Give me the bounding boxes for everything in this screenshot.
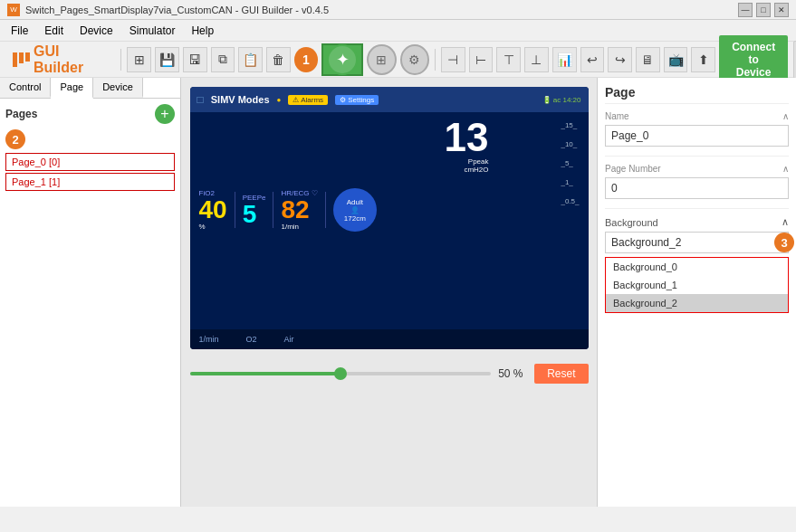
save-button[interactable]: 💾 [155, 47, 179, 72]
divider-2 [273, 192, 273, 228]
metric-hr: HR/ECG ♡ 82 1/min [281, 189, 317, 231]
main-area: Control Page Device Pages + 2 Page_0 [0]… [0, 78, 796, 507]
save-file-button[interactable]: 🖫 [183, 47, 207, 72]
pages-header: Pages + [5, 104, 175, 124]
page-number-label: Page Number ∧ [605, 164, 789, 174]
close-button[interactable]: ✕ [774, 3, 789, 17]
screen-bottom-bar: 1/min O2 Air [190, 329, 589, 349]
copy-button[interactable]: ⧉ [211, 47, 235, 72]
toolbar: GUI Builder ⊞ 💾 🖫 ⧉ 📋 🗑 1 ✦ ⊞ ⚙ ⊣ [0, 42, 796, 78]
align-right-button[interactable]: ⊢ [469, 47, 494, 72]
settings-badge: ⚙ Settings [335, 95, 379, 105]
slider-fill [190, 372, 340, 375]
metrics-row: FiO2 40 % PEEPe 5 HR/ECG ♡ [199, 188, 525, 232]
page-number-collapse-icon[interactable]: ∧ [782, 164, 789, 174]
tab-page[interactable]: Page [51, 78, 93, 99]
big-number: 13 [199, 118, 489, 157]
big-number-area: 13 Ppeak cmH2O [199, 118, 525, 174]
undo-button[interactable]: ↩ [580, 47, 605, 72]
maximize-button[interactable]: □ [756, 3, 771, 17]
hr-unit: 1/min [281, 223, 317, 231]
scale-5-label: _5_ [561, 159, 572, 167]
peepe-value: 5 [243, 202, 266, 227]
fio2-unit: % [199, 223, 227, 231]
page-item-1[interactable]: Page_1 [1] [5, 173, 175, 191]
chart-button[interactable]: 📊 [552, 47, 577, 72]
upload-button[interactable]: ⬆ [691, 47, 715, 72]
bg-option-2[interactable]: Background_2 [606, 294, 788, 312]
grid-tool-icon[interactable]: ⊞ [367, 44, 397, 75]
slider-thumb[interactable] [334, 367, 347, 380]
menu-bar: File Edit Device Simulator Help [0, 20, 796, 42]
screen-button[interactable]: 🖥 [636, 47, 660, 72]
scale-10-label: _10_ [561, 140, 577, 148]
monitor-button[interactable]: 📺 [664, 47, 688, 72]
metric-fio2: FiO2 40 % [199, 189, 227, 231]
menu-help[interactable]: Help [184, 23, 221, 39]
delete-button[interactable]: 🗑 [266, 47, 291, 72]
redo-button[interactable]: ↪ [608, 47, 632, 72]
paste-button[interactable]: 📋 [238, 47, 263, 72]
page-number-section: Page Number ∧ [605, 164, 789, 199]
name-collapse-icon[interactable]: ∧ [782, 111, 789, 121]
tab-bar: Control Page Device [0, 78, 180, 99]
logo-icon [13, 52, 30, 67]
pages-panel: Pages + 2 Page_0 [0] Page_1 [1] [0, 99, 180, 507]
badge-3: 3 [774, 233, 794, 252]
menu-edit[interactable]: Edit [37, 23, 71, 39]
reset-button[interactable]: Reset [534, 364, 588, 384]
page-number-input[interactable] [605, 177, 789, 199]
screen-main: 13 Ppeak cmH2O FiO2 40 % [199, 118, 525, 324]
tab-control[interactable]: Control [0, 78, 51, 98]
adult-label: Adult [347, 198, 363, 206]
bg-option-0[interactable]: Background_0 [606, 258, 788, 276]
active-tool-box[interactable]: ✦ [321, 43, 363, 76]
align-left-button[interactable]: ⊣ [441, 47, 465, 72]
name-section: Name ∧ [605, 111, 789, 147]
bg-option-1[interactable]: Background_1 [606, 276, 788, 294]
menu-simulator[interactable]: Simulator [122, 23, 183, 39]
bottom-label-o2: O2 [246, 335, 257, 344]
slider-track[interactable] [190, 372, 492, 375]
big-number-label2: cmH2O [199, 166, 489, 174]
align-top-button[interactable]: ⊤ [496, 47, 521, 72]
pages-title: Pages [5, 108, 37, 120]
align-center-button[interactable]: ⊥ [524, 47, 549, 72]
scale-lines: _15_ _10_ _5_ _1_ _0.5_ [561, 121, 579, 205]
scale-05-label: _0.5_ [561, 197, 579, 205]
hr-value: 82 [281, 197, 317, 223]
slider-bar: 50 % Reset [181, 356, 597, 391]
connect-button[interactable]: Connect to Device [719, 35, 788, 84]
scale-5: _5_ [561, 159, 579, 167]
screen-display-icon: □ [197, 93, 204, 106]
background-current: Background_2 [605, 232, 789, 253]
scale-1: _1_ [561, 178, 579, 186]
name-input[interactable] [605, 125, 789, 147]
gear-tool-icon[interactable]: ⚙ [400, 44, 430, 75]
page-item-0[interactable]: Page_0 [0] [5, 153, 175, 171]
tab-device[interactable]: Device [93, 78, 143, 98]
metric-peepe: PEEPe 5 [243, 194, 266, 227]
minimize-button[interactable]: — [738, 3, 753, 17]
logo-area: GUI Builder [5, 40, 115, 80]
app-icon: W [7, 4, 20, 16]
logo-text: GUI Builder [34, 43, 108, 76]
left-panel: Control Page Device Pages + 2 Page_0 [0]… [0, 78, 181, 507]
add-page-button[interactable]: + [155, 104, 175, 124]
title-bar: W Switch_Pages_SmartDisplay7via_CustomCA… [0, 0, 796, 20]
screen-header: □ SIMV Modes ● ⚠ Alarms ⚙ Settings 🔋 ac … [190, 87, 589, 112]
screen-body: 13 Ppeak cmH2O FiO2 40 % [190, 112, 589, 329]
alarms-badge: ⚠ Alarms [288, 95, 328, 105]
device-screen: □ SIMV Modes ● ⚠ Alarms ⚙ Settings 🔋 ac … [190, 87, 589, 349]
menu-file[interactable]: File [4, 23, 35, 39]
canvas-area: □ SIMV Modes ● ⚠ Alarms ⚙ Settings 🔋 ac … [181, 78, 597, 507]
adult-height: 172cm [344, 214, 366, 223]
background-collapse-icon[interactable]: ∧ [782, 216, 789, 228]
scale-05: _0.5_ [561, 197, 579, 205]
pages-button[interactable]: ⊞ [127, 47, 151, 72]
section-divider-2 [605, 208, 789, 209]
adult-icon: 👤 [350, 206, 360, 214]
star-tool-icon[interactable]: ✦ [327, 44, 358, 75]
badge-1: 1 [294, 47, 319, 72]
menu-device[interactable]: Device [72, 23, 120, 39]
